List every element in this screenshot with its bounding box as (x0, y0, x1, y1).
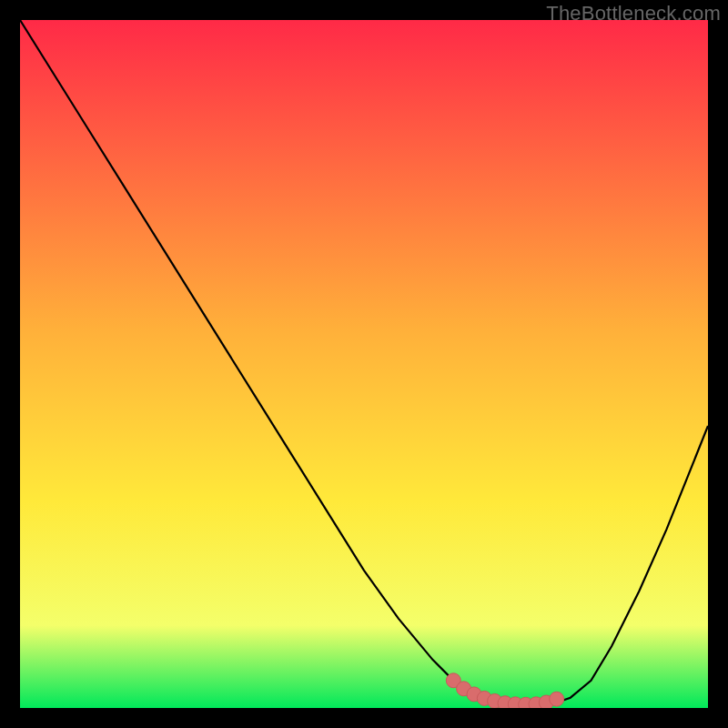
chart-frame (20, 20, 708, 708)
bottleneck-chart (20, 20, 708, 708)
watermark-text: TheBottleneck.com (546, 2, 721, 25)
gradient-bg (20, 20, 708, 708)
optimal-marker (550, 692, 564, 706)
